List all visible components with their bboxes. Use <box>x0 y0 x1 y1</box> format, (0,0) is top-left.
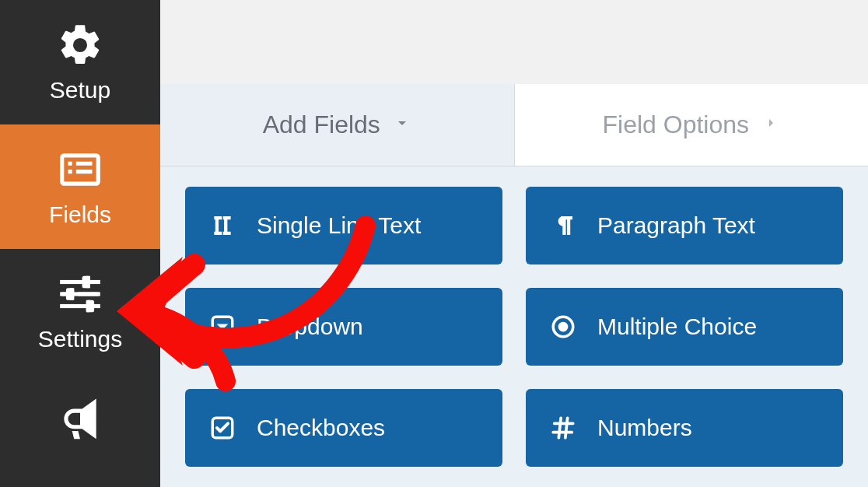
field-label: Paragraph Text <box>597 212 755 239</box>
field-grid: Single Line Text Paragraph Text Dropdown… <box>160 166 868 487</box>
field-single-line-text[interactable]: Single Line Text <box>185 187 502 265</box>
tab-label: Field Options <box>602 110 749 139</box>
list-icon <box>56 145 104 194</box>
field-dropdown[interactable]: Dropdown <box>185 288 502 366</box>
field-checkboxes[interactable]: Checkboxes <box>185 389 502 467</box>
text-cursor-icon <box>208 212 236 240</box>
svg-rect-4 <box>66 288 74 300</box>
sidebar-item-label: Setup <box>50 77 110 103</box>
sidebar-nav: Setup Fields Settings <box>0 0 160 487</box>
sliders-icon <box>56 270 104 318</box>
field-numbers[interactable]: Numbers <box>526 389 843 467</box>
field-label: Multiple Choice <box>597 314 757 340</box>
sidebar-item-fields[interactable]: Fields <box>0 124 160 249</box>
sidebar-item-label: Fields <box>49 201 111 228</box>
gear-icon <box>56 21 104 69</box>
svg-point-8 <box>558 322 567 331</box>
field-label: Single Line Text <box>257 212 421 239</box>
svg-rect-3 <box>82 276 90 289</box>
sidebar-item-setup[interactable]: Setup <box>0 0 160 124</box>
sidebar-item-settings[interactable]: Settings <box>0 249 160 373</box>
checkbox-icon <box>208 414 236 442</box>
tab-field-options[interactable]: Field Options <box>515 84 869 166</box>
radio-icon <box>549 313 577 341</box>
tabs-row: Add Fields Field Options <box>160 84 868 167</box>
hashtag-icon <box>549 414 577 442</box>
tab-add-fields[interactable]: Add Fields <box>160 84 515 166</box>
tab-label: Add Fields <box>263 110 380 139</box>
svg-rect-1 <box>60 292 100 296</box>
bullhorn-icon <box>56 397 104 445</box>
topbar <box>160 0 868 84</box>
paragraph-icon <box>549 212 577 240</box>
sidebar-item-label: Settings <box>38 326 122 352</box>
svg-rect-0 <box>60 280 100 284</box>
chevron-right-icon <box>761 114 780 135</box>
field-paragraph-text[interactable]: Paragraph Text <box>526 187 843 265</box>
sidebar-item-marketing[interactable] <box>0 373 160 487</box>
dropdown-icon <box>208 313 236 341</box>
svg-rect-5 <box>86 300 94 313</box>
field-label: Checkboxes <box>257 415 385 441</box>
field-label: Dropdown <box>257 314 363 340</box>
chevron-down-icon <box>393 114 411 135</box>
field-multiple-choice[interactable]: Multiple Choice <box>526 288 843 366</box>
main-panel: Add Fields Field Options Single Line Tex… <box>160 0 868 487</box>
field-label: Numbers <box>597 415 692 441</box>
